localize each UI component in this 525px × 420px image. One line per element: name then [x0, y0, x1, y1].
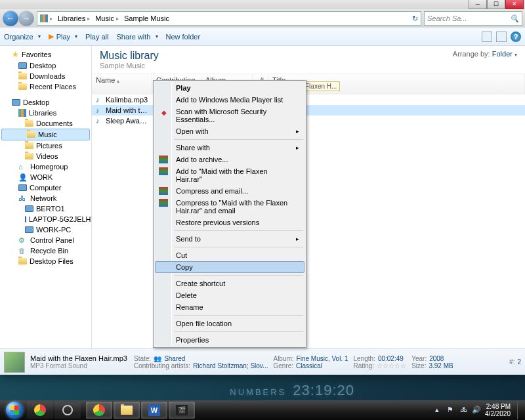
- address-bar[interactable]: ▸ Libraries▸ Music▸ Sample Music ↻: [37, 11, 421, 26]
- ctx-send-to[interactable]: Send to▸: [155, 233, 304, 245]
- details-filename: Maid with the Flaxen Hair.mp3: [30, 354, 129, 362]
- nav-desktop-group[interactable]: Desktop: [0, 97, 91, 108]
- nav-computer[interactable]: Computer: [0, 182, 91, 193]
- computer-icon: [25, 205, 33, 212]
- view-options-button[interactable]: [482, 32, 492, 42]
- ctx-copy[interactable]: Copy: [155, 261, 304, 273]
- music-file-icon: ♪: [96, 96, 104, 104]
- nav-homegroup[interactable]: ⌂Homegroup: [0, 161, 91, 172]
- navigation-pane: ★Favorites Desktop Downloads Recent Plac…: [0, 46, 92, 375]
- recycle-bin-icon: 🗑: [18, 247, 28, 255]
- ctx-share-with[interactable]: Share with▸: [155, 142, 304, 154]
- organize-menu[interactable]: Organize: [4, 33, 41, 41]
- tray-action-center-icon[interactable]: ⚑: [446, 406, 455, 415]
- details-filetype: MP3 Format Sound: [30, 362, 129, 369]
- taskbar-chrome-running[interactable]: [86, 402, 112, 419]
- system-tray: ▴ ⚑ 🖧 🔊 2:48 PM 4/2/2020: [432, 401, 522, 419]
- ctx-open-file-location[interactable]: Open file location: [155, 318, 304, 329]
- favorites-group[interactable]: ★Favorites: [0, 49, 91, 60]
- folder-icon: [18, 73, 27, 79]
- ctx-rename[interactable]: Rename: [155, 301, 304, 313]
- ctx-add-rar[interactable]: Add to "Maid with the Flaxen Hair.rar": [155, 165, 304, 185]
- nav-libraries[interactable]: Libraries: [0, 108, 91, 118]
- tray-network-icon[interactable]: 🖧: [459, 406, 468, 415]
- library-title: Music library: [100, 50, 159, 62]
- nav-music[interactable]: Music: [1, 129, 90, 140]
- nav-work-pc[interactable]: WORK-PC: [0, 224, 91, 235]
- tray-show-hidden[interactable]: ▴: [432, 406, 442, 415]
- nav-documents[interactable]: Documents: [0, 118, 91, 129]
- nav-network[interactable]: 🖧Network: [0, 193, 91, 203]
- word-icon: W: [148, 404, 160, 416]
- breadcrumb-libraries[interactable]: Libraries: [58, 14, 85, 22]
- ctx-cut[interactable]: Cut: [155, 249, 304, 261]
- computer-icon: [25, 226, 33, 233]
- ctx-create-shortcut[interactable]: Create shortcut: [155, 278, 304, 289]
- star-icon: ★: [12, 50, 19, 59]
- nav-back-button[interactable]: ←: [3, 10, 18, 26]
- ctx-open-with[interactable]: Open with▸: [155, 125, 304, 137]
- help-button[interactable]: ?: [511, 32, 521, 42]
- folder-icon: [18, 83, 27, 90]
- titlebar: ─ ☐ ✕: [0, 0, 525, 9]
- ctx-compress-rar-email[interactable]: Compress to "Maid with the Flaxen Hair.r…: [155, 197, 304, 217]
- minimize-button[interactable]: ─: [469, 0, 487, 9]
- homegroup-icon: ⌂: [18, 163, 28, 171]
- ctx-properties[interactable]: Properties: [155, 334, 304, 346]
- nav-recent-places[interactable]: Recent Places: [0, 81, 91, 92]
- context-menu: Play Add to Windows Media Player list ◆S…: [153, 80, 306, 348]
- ctx-scan-mse[interactable]: ◆Scan with Microsoft Security Essentials…: [155, 106, 304, 125]
- arrange-by[interactable]: Arrange by: Folder ▾: [453, 50, 517, 58]
- winrar-icon: [159, 156, 168, 163]
- nav-videos[interactable]: Videos: [0, 151, 91, 161]
- taskbar-media[interactable]: 🎬: [169, 402, 195, 419]
- music-file-icon: ♪: [96, 117, 104, 125]
- share-with-menu[interactable]: Share with: [117, 33, 158, 41]
- tray-clock[interactable]: 2:48 PM 4/2/2020: [485, 403, 513, 417]
- library-icon: [40, 14, 48, 22]
- preview-pane-button[interactable]: [496, 32, 507, 42]
- play-menu[interactable]: ▶Play: [49, 32, 77, 41]
- ctx-restore-versions[interactable]: Restore previous versions: [155, 217, 304, 228]
- nav-downloads[interactable]: Downloads: [0, 71, 91, 81]
- taskbar-explorer[interactable]: [114, 402, 140, 419]
- search-input[interactable]: Search Sa... 🔍: [424, 11, 522, 26]
- play-all-button[interactable]: Play all: [85, 33, 108, 41]
- start-button[interactable]: [3, 401, 26, 419]
- col-name[interactable]: Name ▴: [92, 74, 152, 94]
- nav-forward-button[interactable]: →: [18, 10, 34, 26]
- nav-work-user[interactable]: 👤WORK: [0, 172, 91, 182]
- maximize-button[interactable]: ☐: [487, 0, 505, 9]
- nav-pictures[interactable]: Pictures: [0, 140, 91, 151]
- toolbar: Organize ▶Play Play all Share with New f…: [0, 28, 525, 46]
- ctx-play[interactable]: Play: [155, 82, 304, 94]
- winrar-icon: [159, 167, 168, 175]
- breadcrumb-sample-music[interactable]: Sample Music: [124, 14, 169, 22]
- music-file-icon: ♪: [96, 106, 104, 114]
- taskbar-chrome[interactable]: [27, 402, 53, 419]
- taskbar-word[interactable]: W: [141, 402, 167, 419]
- nav-laptop[interactable]: LAPTOP-5G2JELH4: [0, 214, 91, 224]
- close-button[interactable]: ✕: [505, 0, 524, 9]
- breadcrumb-music[interactable]: Music: [95, 14, 114, 22]
- taskbar: W 🎬 ▴ ⚑ 🖧 🔊 2:48 PM 4/2/2020: [0, 400, 525, 420]
- chrome-icon: [93, 404, 105, 416]
- ctx-add-archive[interactable]: Add to archive...: [155, 154, 304, 165]
- ctx-add-wmp[interactable]: Add to Windows Media Player list: [155, 94, 304, 106]
- taskbar-app[interactable]: [54, 402, 81, 419]
- nav-berto1[interactable]: BERTO1: [0, 203, 91, 214]
- computer-icon: [25, 216, 26, 222]
- nav-control-panel[interactable]: ⚙Control Panel: [0, 235, 91, 245]
- tray-volume-icon[interactable]: 🔊: [472, 406, 481, 415]
- nav-recycle-bin[interactable]: 🗑Recycle Bin: [0, 245, 91, 256]
- show-desktop-button[interactable]: [517, 401, 522, 419]
- ctx-compress-email[interactable]: Compress and email...: [155, 185, 304, 197]
- new-folder-button[interactable]: New folder: [166, 33, 201, 41]
- refresh-icon[interactable]: ↻: [410, 14, 421, 23]
- nav-desktop-files[interactable]: Desktop Files: [0, 256, 91, 266]
- winrar-icon: [159, 187, 168, 195]
- computer-icon: [18, 184, 27, 191]
- nav-desktop[interactable]: Desktop: [0, 60, 91, 71]
- folder-icon: [121, 406, 133, 415]
- ctx-delete[interactable]: Delete: [155, 289, 304, 301]
